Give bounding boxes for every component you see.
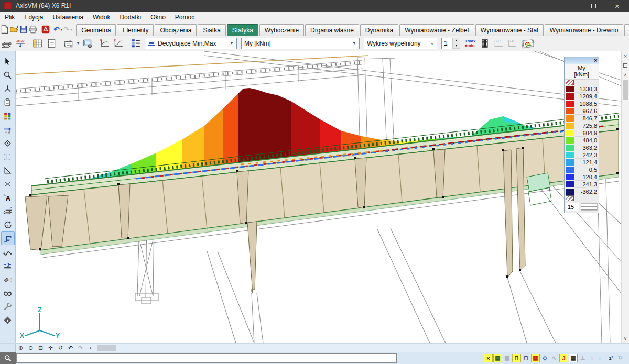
supports-toggle[interactable]: ⊥	[578, 354, 587, 362]
legend-close-icon[interactable]: ×	[592, 58, 599, 63]
displacement-time-history-button[interactable]: P	[112, 37, 125, 50]
geometry-check-button[interactable]	[1, 136, 15, 150]
transform-move-button[interactable]	[1, 123, 15, 136]
menu-ustawienia[interactable]: Ustawienia	[48, 12, 88, 23]
render-light-button[interactable]	[1, 272, 15, 286]
load-time-history-button[interactable]: P	[98, 37, 112, 50]
view-pan-button[interactable]: ✛	[46, 344, 56, 352]
drafting-button[interactable]	[1, 163, 15, 177]
tab-wymiarowanie-żelbet[interactable]: Wymiarowanie - Żelbet	[399, 24, 474, 36]
tab-dynamika[interactable]: Dynamika	[360, 24, 398, 36]
restore-view-button[interactable]	[622, 61, 629, 70]
menu-okno[interactable]: Okno	[146, 12, 170, 23]
model-viewport[interactable]: Z X Y × My [kNm] 1330,31209,41088,5967,6…	[16, 51, 621, 343]
isolines-toggle[interactable]: ∿	[550, 354, 559, 362]
restore-button[interactable]	[582, 0, 605, 12]
scale-spinner[interactable]: 1 ▲ ▼	[441, 38, 460, 49]
legend-header[interactable]: ×	[565, 57, 599, 64]
legend-levels-input[interactable]	[566, 203, 579, 211]
color-coding-button[interactable]	[1, 109, 15, 123]
menu-dodatki[interactable]: Dodatki	[115, 12, 146, 23]
open-file-button[interactable]	[9, 24, 19, 35]
workplane-toggle[interactable]: ⊓	[512, 354, 521, 362]
section-segment-button[interactable]	[1, 231, 15, 245]
result-component-list-button[interactable]	[129, 37, 143, 50]
save-button[interactable]	[19, 24, 28, 35]
order-rotate-button[interactable]: 12	[1, 218, 15, 231]
pdf-export-button[interactable]	[41, 24, 50, 35]
display-mode-combo[interactable]: Wykres wypełniony ⌄	[364, 38, 437, 49]
local-systems-toggle[interactable]: J	[559, 354, 568, 362]
tf-diagram-button-disabled[interactable]: t-F	[505, 37, 519, 50]
view-zoom-out-button[interactable]: ⊖	[26, 344, 36, 352]
delete-tool-button[interactable]	[1, 177, 15, 191]
minmax-labels-button[interactable]: ±max ±min	[465, 39, 475, 48]
numbering-toggle[interactable]: 1²	[606, 354, 615, 362]
clipboard-button[interactable]	[1, 95, 15, 109]
tab-elementy[interactable]: Elementy	[117, 24, 154, 36]
beam-internal-forces-button[interactable]: J	[1, 259, 15, 272]
view-zoom-in-button[interactable]: ⊕	[16, 344, 26, 352]
menu-plik[interactable]: Plik	[0, 12, 19, 23]
close-view-button[interactable]: ×	[622, 51, 629, 61]
envelope-combo[interactable]: Decydujące Min,Max ▼	[145, 38, 237, 49]
geometry-node-toggle[interactable]: ◇	[540, 354, 549, 362]
model-info-button[interactable]: i	[1, 313, 15, 327]
view-zoom-fit-button[interactable]: ⊡	[36, 344, 46, 352]
tab-wyboczenie[interactable]: Wyboczenie	[259, 24, 304, 36]
drawings-library-button[interactable]	[62, 37, 75, 50]
report-maker-button[interactable]	[45, 37, 58, 50]
menu-edycja[interactable]: Edycja	[19, 12, 48, 23]
result-component-combo[interactable]: My [kNm] ▼	[241, 38, 360, 49]
tab-siatka[interactable]: Siatka	[198, 24, 225, 36]
drawings-dropdown-button[interactable]: ▼	[75, 41, 81, 45]
mesh-tool-button[interactable]	[1, 150, 15, 163]
tab-drgania-własne[interactable]: Drgania własne	[305, 24, 359, 36]
undo-dropdown-button[interactable]: ▼	[60, 28, 63, 31]
settings-tools-button[interactable]	[1, 300, 15, 313]
undo-button[interactable]: ↶	[53, 24, 60, 35]
print-button[interactable]	[28, 24, 38, 35]
tables-toggle[interactable]: ▦	[569, 354, 578, 362]
view-rotate-button[interactable]: ↺	[56, 344, 66, 352]
animation-button[interactable]	[478, 37, 492, 50]
polyline-button[interactable]	[1, 245, 15, 259]
result-sheets-button[interactable]	[519, 37, 537, 50]
tab-wymiarowanie-drewno[interactable]: Wymiarowanie - Drewno	[545, 24, 624, 36]
hscroll-thumb[interactable]	[97, 345, 116, 351]
tables-button[interactable]	[31, 37, 45, 50]
view-redo-button[interactable]: ↷	[75, 344, 85, 352]
selection-pointer-button[interactable]	[1, 54, 15, 68]
close-button[interactable]: ×	[605, 0, 629, 12]
snap-grid-toggle[interactable]: ▦	[493, 354, 502, 362]
annotation-button[interactable]: A	[1, 191, 15, 204]
spinner-down-button[interactable]: ▼	[453, 43, 460, 49]
stories-button[interactable]: 28.00	[14, 37, 27, 50]
tab-geometria[interactable]: Geometria	[76, 24, 116, 36]
spinner-up-button[interactable]: ▲	[453, 38, 460, 43]
tu-diagram-button-disabled[interactable]: t-U	[492, 37, 505, 50]
partitions-toggle[interactable]: ▦	[531, 354, 540, 362]
vscroll-down-button[interactable]: ∨	[622, 334, 629, 343]
vscroll-up-button[interactable]: ∧	[622, 70, 629, 80]
layers-manager-button[interactable]	[0, 37, 14, 50]
tab-wymiarowanie-stal[interactable]: Wymiarowanie - Stal	[475, 24, 544, 36]
minimize-button[interactable]: —	[558, 0, 582, 12]
redo-dropdown-button[interactable]: ▼	[69, 28, 73, 31]
menu-pomoc[interactable]: Pomoc	[170, 12, 199, 23]
hscroll-left-button[interactable]: ‹	[85, 344, 95, 352]
layers-detail-button[interactable]	[1, 204, 15, 218]
snap-crosshair-toggle[interactable]: ×	[484, 354, 493, 362]
new-file-button[interactable]	[0, 24, 9, 35]
background-grid-toggle[interactable]: ▦	[503, 354, 512, 362]
command-input[interactable]	[16, 353, 397, 363]
views-button[interactable]	[1, 82, 15, 95]
redo-button[interactable]: ↷	[63, 24, 70, 35]
menu-widok[interactable]: Widok	[88, 12, 115, 23]
tab-wymiarowanie-mur[interactable]: Wymiarowanie - Mur	[624, 24, 629, 36]
tab-statyka[interactable]: Statyka	[227, 24, 258, 36]
view-undo-button[interactable]: ↶	[66, 344, 75, 352]
axes-display-toggle[interactable]: ∟	[597, 354, 606, 362]
command-search-button[interactable]	[0, 352, 16, 364]
auto-rotate-toggle[interactable]: ↻	[616, 354, 625, 362]
